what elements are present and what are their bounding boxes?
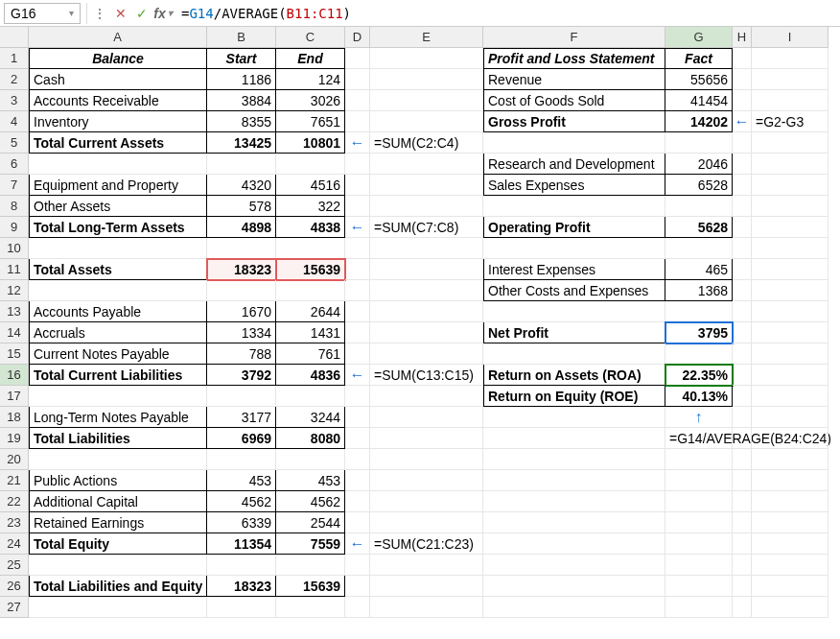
cell-A27[interactable] bbox=[29, 597, 207, 618]
cell-F7[interactable]: Sales Expenses bbox=[483, 175, 665, 196]
cell-F23[interactable] bbox=[483, 512, 665, 533]
row-head-12[interactable]: 12 bbox=[0, 280, 29, 301]
cell-F27[interactable] bbox=[483, 597, 665, 618]
cell-I22[interactable] bbox=[752, 491, 828, 512]
cell-C18[interactable]: 3244 bbox=[276, 407, 345, 428]
cell-H22[interactable] bbox=[733, 491, 752, 512]
cell-F21[interactable] bbox=[483, 470, 665, 491]
cell-C2[interactable]: 124 bbox=[276, 69, 345, 90]
cell-E1[interactable] bbox=[370, 48, 483, 69]
cell-D14[interactable] bbox=[345, 322, 370, 343]
cell-C21[interactable]: 453 bbox=[276, 470, 345, 491]
cell-I26[interactable] bbox=[752, 576, 828, 597]
cell-A26[interactable]: Total Liabilities and Equity bbox=[29, 576, 207, 597]
cell-I5[interactable] bbox=[752, 132, 828, 154]
cell-E15[interactable] bbox=[370, 343, 483, 365]
cell-B3[interactable]: 3884 bbox=[207, 90, 276, 111]
row-head-9[interactable]: 9 bbox=[0, 217, 29, 238]
cell-I20[interactable] bbox=[752, 449, 828, 470]
cell-B8[interactable]: 578 bbox=[207, 196, 276, 217]
cell-G1[interactable]: Fact bbox=[665, 48, 733, 69]
cell-D20[interactable] bbox=[345, 449, 370, 470]
cell-C7[interactable]: 4516 bbox=[276, 175, 345, 196]
cell-I24[interactable] bbox=[752, 533, 828, 555]
cell-C13[interactable]: 2644 bbox=[276, 301, 345, 322]
row-head-19[interactable]: 19 bbox=[0, 428, 29, 449]
cell-H16[interactable] bbox=[733, 365, 752, 386]
row-head-13[interactable]: 13 bbox=[0, 301, 29, 322]
cell-C25[interactable] bbox=[276, 555, 345, 576]
cell-G2[interactable]: 55656 bbox=[665, 69, 733, 90]
formula-input[interactable]: =G14/AVERAGE(B11:C11) bbox=[174, 6, 840, 21]
cell-D27[interactable] bbox=[345, 597, 370, 618]
cell-G6[interactable]: 2046 bbox=[665, 154, 733, 175]
cell-I23[interactable] bbox=[752, 512, 828, 533]
accept-icon[interactable]: ✓ bbox=[131, 3, 152, 24]
row-head-14[interactable]: 14 bbox=[0, 322, 29, 343]
cell-H17[interactable] bbox=[733, 386, 752, 407]
cell-C9[interactable]: 4838 bbox=[276, 217, 345, 238]
cell-A6[interactable] bbox=[29, 154, 207, 175]
cell-I17[interactable] bbox=[752, 386, 828, 407]
cell-G21[interactable] bbox=[665, 470, 733, 491]
cell-G25[interactable] bbox=[665, 555, 733, 576]
row-head-6[interactable]: 6 bbox=[0, 154, 29, 175]
cell-G23[interactable] bbox=[665, 512, 733, 533]
cell-H10[interactable] bbox=[733, 238, 752, 259]
cell-D12[interactable] bbox=[345, 280, 370, 301]
cell-E8[interactable] bbox=[370, 196, 483, 217]
cell-B16[interactable]: 3792 bbox=[207, 365, 276, 386]
cell-D23[interactable] bbox=[345, 512, 370, 533]
cell-H23[interactable] bbox=[733, 512, 752, 533]
cell-H11[interactable] bbox=[733, 259, 752, 280]
cell-H2[interactable] bbox=[733, 69, 752, 90]
cell-I12[interactable] bbox=[752, 280, 828, 301]
cell-B9[interactable]: 4898 bbox=[207, 217, 276, 238]
cell-I8[interactable] bbox=[752, 196, 828, 217]
cell-C27[interactable] bbox=[276, 597, 345, 618]
fx-icon[interactable]: fx▾ bbox=[152, 3, 174, 24]
row-head-25[interactable]: 25 bbox=[0, 555, 29, 576]
cell-B11[interactable]: 18323 bbox=[207, 259, 276, 280]
cell-G12[interactable]: 1368 bbox=[665, 280, 733, 301]
cell-D6[interactable] bbox=[345, 154, 370, 175]
cell-B20[interactable] bbox=[207, 449, 276, 470]
cell-F8[interactable] bbox=[483, 196, 665, 217]
cell-I13[interactable] bbox=[752, 301, 828, 322]
cell-A18[interactable]: Long-Term Notes Payable bbox=[29, 407, 207, 428]
cell-E7[interactable] bbox=[370, 175, 483, 196]
col-head-C[interactable]: C bbox=[276, 27, 345, 48]
cell-H14[interactable] bbox=[733, 322, 752, 343]
cell-C1[interactable]: End bbox=[276, 48, 345, 69]
cell-E12[interactable] bbox=[370, 280, 483, 301]
cell-H3[interactable] bbox=[733, 90, 752, 111]
cell-B6[interactable] bbox=[207, 154, 276, 175]
cell-E23[interactable] bbox=[370, 512, 483, 533]
cell-B5[interactable]: 13425 bbox=[207, 132, 276, 154]
col-head-H[interactable]: H bbox=[733, 27, 752, 48]
cell-I7[interactable] bbox=[752, 175, 828, 196]
cell-E11[interactable] bbox=[370, 259, 483, 280]
cell-H1[interactable] bbox=[733, 48, 752, 69]
cell-F12[interactable]: Other Costs and Expenses bbox=[483, 280, 665, 301]
cell-B4[interactable]: 8355 bbox=[207, 111, 276, 132]
cell-H9[interactable] bbox=[733, 217, 752, 238]
name-box[interactable]: G16 ▾ bbox=[4, 3, 81, 24]
cell-A1[interactable]: Balance bbox=[29, 48, 207, 69]
cell-I9[interactable] bbox=[752, 217, 828, 238]
row-head-2[interactable]: 2 bbox=[0, 69, 29, 90]
cell-D26[interactable] bbox=[345, 576, 370, 597]
cell-F17[interactable]: Return on Equity (ROE) bbox=[483, 386, 665, 407]
cell-A16[interactable]: Total Current Liabilities bbox=[29, 365, 207, 386]
cell-A9[interactable]: Total Long-Term Assets bbox=[29, 217, 207, 238]
cancel-icon[interactable]: ✕ bbox=[110, 3, 131, 24]
spreadsheet-grid[interactable]: ABCDEFGHI1BalanceStartEndProfit and Loss… bbox=[0, 27, 840, 639]
cell-D10[interactable] bbox=[345, 238, 370, 259]
cell-A10[interactable] bbox=[29, 238, 207, 259]
cell-H8[interactable] bbox=[733, 196, 752, 217]
row-head-10[interactable]: 10 bbox=[0, 238, 29, 259]
cell-E26[interactable] bbox=[370, 576, 483, 597]
cell-F25[interactable] bbox=[483, 555, 665, 576]
cell-C19[interactable]: 8080 bbox=[276, 428, 345, 449]
cell-A3[interactable]: Accounts Receivable bbox=[29, 90, 207, 111]
